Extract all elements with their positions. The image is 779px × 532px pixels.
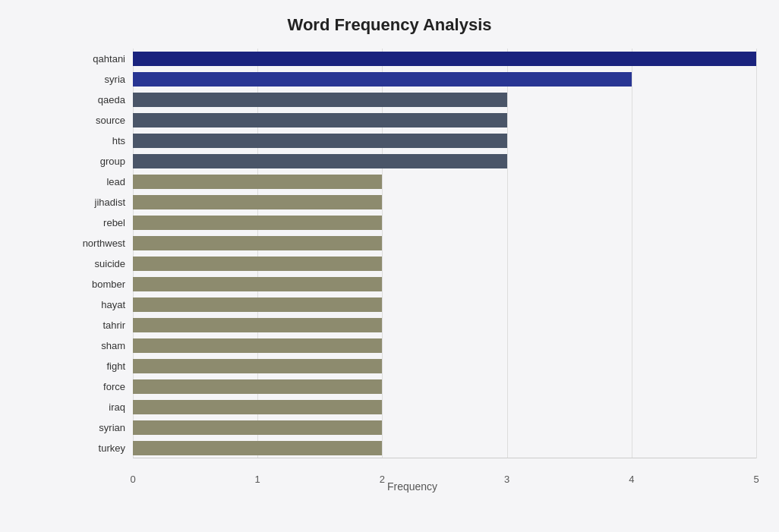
x-axis [133, 458, 756, 458]
bar-label: syrian [68, 422, 133, 433]
bar-row: hts [68, 131, 756, 151]
bar-track [133, 318, 756, 332]
bar-fill [133, 154, 507, 168]
bar-fill [133, 318, 382, 332]
bar-label: hayat [68, 299, 133, 310]
grid-line [756, 49, 757, 458]
bar-track [133, 175, 756, 188]
bar-fill [133, 420, 382, 434]
bar-fill [133, 52, 756, 65]
bar-row: fight [68, 356, 756, 376]
bar-row: northwest [68, 233, 756, 253]
bar-track [133, 441, 756, 455]
bar-label: qaeda [68, 94, 133, 105]
bar-label: iraq [68, 401, 133, 413]
bar-label: qahtani [68, 53, 133, 65]
bar-row: iraq [68, 397, 756, 417]
bar-fill [133, 195, 382, 209]
bar-track [133, 338, 756, 352]
bar-fill [133, 72, 632, 86]
bar-label: suicide [68, 258, 133, 269]
bar-track [133, 297, 756, 311]
bars-wrapper: qahtanisyriaqaedasourcehtsgroupleadjihad… [68, 49, 756, 458]
chart-title: Word Frequency Analysis [23, 15, 756, 35]
bar-row: tahrir [68, 315, 756, 335]
bar-row: sham [68, 335, 756, 356]
bar-label: northwest [68, 238, 133, 249]
bar-track [133, 257, 756, 270]
chart-container: Word Frequency Analysis qahtanisyriaqaed… [0, 0, 779, 532]
bar-track [133, 379, 756, 393]
bar-row: syrian [68, 417, 756, 438]
bar-fill [133, 379, 382, 393]
bar-fill [133, 113, 507, 127]
bar-track [133, 277, 756, 291]
bar-track [133, 93, 756, 106]
bar-track [133, 216, 756, 229]
bar-row: suicide [68, 253, 756, 274]
bar-fill [133, 359, 382, 373]
x-axis-label: Frequency [68, 480, 756, 493]
bar-track [133, 195, 756, 209]
bar-label: force [68, 381, 133, 392]
bar-label: tahrir [68, 320, 133, 331]
bar-row: rebel [68, 212, 756, 233]
bar-label: syria [68, 74, 133, 85]
bar-row: lead [68, 172, 756, 192]
bar-track [133, 134, 756, 147]
bar-row: turkey [68, 438, 756, 458]
bar-track [133, 154, 756, 168]
bar-track [133, 236, 756, 250]
bar-label: source [68, 115, 133, 126]
bar-track [133, 400, 756, 414]
bar-label: fight [68, 360, 133, 372]
bar-label: lead [68, 176, 133, 187]
bar-row: bomber [68, 274, 756, 294]
bar-label: group [68, 156, 133, 167]
bar-row: syria [68, 69, 756, 90]
bar-track [133, 72, 756, 86]
bar-fill [133, 93, 507, 106]
bar-row: force [68, 376, 756, 397]
bar-label: jihadist [68, 197, 133, 208]
bar-track [133, 52, 756, 65]
bar-label: rebel [68, 217, 133, 228]
chart-area: qahtanisyriaqaedasourcehtsgroupleadjihad… [68, 49, 756, 496]
bar-track [133, 359, 756, 373]
bar-fill [133, 441, 382, 455]
bar-row: qaeda [68, 90, 756, 110]
bar-fill [133, 216, 382, 229]
bar-label: hts [68, 135, 133, 146]
bar-fill [133, 257, 382, 270]
bar-fill [133, 236, 382, 250]
bar-row: group [68, 151, 756, 172]
bar-track [133, 420, 756, 434]
bar-row: jihadist [68, 192, 756, 212]
bar-fill [133, 338, 382, 352]
bar-row: hayat [68, 294, 756, 315]
bar-row: source [68, 110, 756, 131]
bar-track [133, 113, 756, 127]
bar-fill [133, 134, 507, 147]
bar-fill [133, 297, 382, 311]
bar-label: bomber [68, 279, 133, 290]
bar-row: qahtani [68, 49, 756, 69]
bar-fill [133, 277, 382, 291]
bar-label: sham [68, 340, 133, 351]
bar-label: turkey [68, 442, 133, 454]
bar-fill [133, 175, 382, 188]
bar-fill [133, 400, 382, 414]
